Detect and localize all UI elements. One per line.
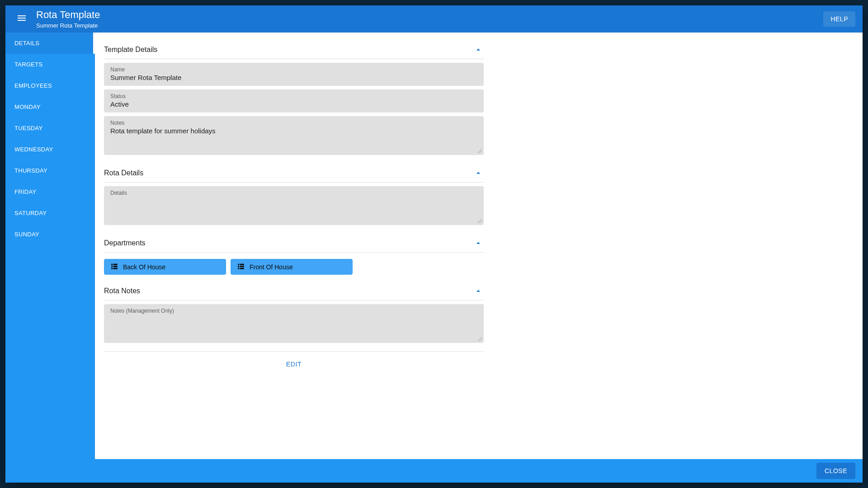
field-label: Notes xyxy=(110,120,477,126)
section-template-details: Template Details Name Summer Rota Templa… xyxy=(104,40,484,160)
section-rota-notes: Rota Notes Notes (Management Only) xyxy=(104,281,484,348)
sidebar-item-sunday[interactable]: SUNDAY xyxy=(5,224,95,245)
section-rota-details: Rota Details Details xyxy=(104,163,484,230)
rota-template-dialog: Rota Template Summer Rota Template HELP … xyxy=(5,5,863,483)
section-body: Details xyxy=(104,183,484,230)
field-value: Rota template for summer holidays xyxy=(110,127,477,145)
sidebar-item-label: MONDAY xyxy=(14,103,41,110)
sidebar-item-label: THURSDAY xyxy=(14,167,47,174)
sidebar-item-label: FRIDAY xyxy=(14,188,37,195)
sidebar-item-label: TUESDAY xyxy=(14,125,43,131)
field-details[interactable]: Details xyxy=(104,186,484,225)
section-header-rota-notes[interactable]: Rota Notes xyxy=(104,281,484,300)
section-title: Rota Details xyxy=(104,169,143,177)
field-notes[interactable]: Notes Rota template for summer holidays xyxy=(104,116,484,155)
sidebar-item-employees[interactable]: EMPLOYEES xyxy=(5,75,95,96)
section-body: Notes (Management Only) xyxy=(104,300,484,348)
chip-back-of-house[interactable]: Back Of House xyxy=(104,259,226,275)
content-pane: Template Details Name Summer Rota Templa… xyxy=(95,33,863,459)
close-button[interactable]: CLOSE xyxy=(816,463,855,479)
section-header-departments[interactable]: Departments xyxy=(104,233,484,253)
section-body: Back Of House Front Of House xyxy=(104,253,484,278)
sidebar-item-wednesday[interactable]: WEDNESDAY xyxy=(5,139,95,160)
dialog-header: Rota Template Summer Rota Template HELP xyxy=(5,5,863,33)
section-header-rota-details[interactable]: Rota Details xyxy=(104,163,484,183)
field-status[interactable]: Status Active xyxy=(104,89,484,113)
list-icon xyxy=(110,262,118,272)
chip-front-of-house[interactable]: Front Of House xyxy=(231,259,353,275)
section-title: Rota Notes xyxy=(104,287,140,295)
sidebar-item-saturday[interactable]: SATURDAY xyxy=(5,202,95,224)
field-label: Name xyxy=(110,66,477,73)
chip-label: Back Of House xyxy=(123,263,165,271)
list-icon xyxy=(237,262,245,272)
field-value: Summer Rota Template xyxy=(110,74,477,81)
department-chips: Back Of House Front Of House xyxy=(104,256,484,277)
field-label: Status xyxy=(110,93,477,99)
section-body: Name Summer Rota Template Status Active … xyxy=(104,59,484,160)
sidebar-item-thursday[interactable]: THURSDAY xyxy=(5,160,95,181)
dialog-body: DETAILS TARGETS EMPLOYEES MONDAY TUESDAY… xyxy=(5,33,863,459)
field-notes-management[interactable]: Notes (Management Only) xyxy=(104,304,484,343)
chevron-up-icon xyxy=(473,44,484,55)
menu-button[interactable] xyxy=(13,10,31,28)
sidebar: DETAILS TARGETS EMPLOYEES MONDAY TUESDAY… xyxy=(5,33,95,459)
sidebar-item-label: TARGETS xyxy=(14,61,43,68)
edit-button[interactable]: EDIT xyxy=(281,358,307,371)
hamburger-icon xyxy=(16,13,27,25)
chevron-up-icon xyxy=(473,168,484,178)
field-value: Active xyxy=(110,100,477,108)
sidebar-item-label: DETAILS xyxy=(14,40,39,47)
content-inner: Template Details Name Summer Rota Templa… xyxy=(104,40,484,377)
chevron-up-icon xyxy=(473,286,484,296)
field-label: Notes (Management Only) xyxy=(110,308,477,314)
sidebar-item-monday[interactable]: MONDAY xyxy=(5,96,95,117)
field-name[interactable]: Name Summer Rota Template xyxy=(104,63,484,86)
actions-row: EDIT xyxy=(104,351,484,377)
help-button[interactable]: HELP xyxy=(823,11,855,27)
dialog-subtitle: Summer Rota Template xyxy=(36,22,823,29)
field-label: Details xyxy=(110,190,477,196)
field-value xyxy=(110,197,477,215)
dialog-title: Rota Template xyxy=(36,9,823,21)
sidebar-item-details[interactable]: DETAILS xyxy=(5,33,95,54)
section-departments: Departments Back Of House xyxy=(104,233,484,278)
sidebar-item-targets[interactable]: TARGETS xyxy=(5,54,95,75)
section-title: Departments xyxy=(104,239,146,247)
sidebar-item-label: SATURDAY xyxy=(14,210,47,216)
header-titles: Rota Template Summer Rota Template xyxy=(36,9,823,28)
sidebar-item-tuesday[interactable]: TUESDAY xyxy=(5,117,95,139)
section-title: Template Details xyxy=(104,46,157,54)
field-value xyxy=(110,315,477,333)
chevron-up-icon xyxy=(473,238,484,249)
sidebar-item-label: SUNDAY xyxy=(14,231,39,238)
sidebar-item-friday[interactable]: FRIDAY xyxy=(5,181,95,202)
section-header-template-details[interactable]: Template Details xyxy=(104,40,484,59)
dialog-footer: CLOSE xyxy=(5,459,863,483)
sidebar-item-label: EMPLOYEES xyxy=(14,82,52,89)
sidebar-item-label: WEDNESDAY xyxy=(14,146,53,153)
chip-label: Front Of House xyxy=(250,263,293,271)
